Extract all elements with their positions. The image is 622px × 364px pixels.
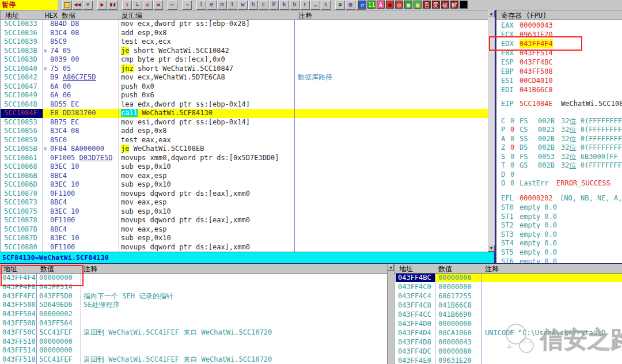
register-line[interactable]: C0ES002B32位 0(FFFFFFFF — [496, 116, 622, 126]
disasm-row[interactable]: 5CC1083683C4 08add esp,0x8 — [1, 29, 488, 38]
stack-row[interactable]: 043FF4CC041B6690 — [395, 310, 622, 319]
disasm-row[interactable]: 5CC1086B8BC4mov eax,esp — [1, 172, 488, 181]
register-line[interactable]: EBP043FF508 — [496, 67, 622, 76]
plugin-record-button[interactable]: ● — [386, 1, 394, 9]
disasm-row[interactable]: 5CC108738BC4mov eax,esp — [1, 198, 488, 207]
register-line[interactable]: O0LastErrERROR_SUCCESS — [496, 179, 622, 188]
stack-row[interactable]: 043FF4F400000000 — [0, 273, 387, 282]
stack-row[interactable]: 043FF5005D649ED6SE处理程序 — [0, 300, 387, 309]
plugin-jie-button[interactable]: 解 — [450, 1, 458, 9]
disasm-row[interactable]: 5CC1087D83EC 10sub esp,0x10 — [1, 234, 488, 243]
disasm-row[interactable]: 5CC1084EE8 DD383700call WeChatWi.5CF8413… — [1, 109, 488, 118]
view-references-button[interactable]: r — [300, 1, 310, 10]
disasm-row[interactable]: 5CC108800F1100movups dqword ptr ds:[eax]… — [1, 243, 488, 252]
disasm-row[interactable]: 5CC1083D8039 00cmp byte ptr ds:[ecx],0x0 — [1, 55, 488, 65]
stack-row[interactable]: 043FF508043FF564 — [0, 318, 387, 328]
register-line[interactable]: EDX043FF4F4 — [496, 39, 622, 48]
register-line[interactable]: EAX00000043 — [496, 21, 622, 30]
register-line[interactable]: T0GS002B32位 0(FFFFFFFF — [496, 161, 622, 170]
stack-scrollbar[interactable]: ▲ — [387, 264, 395, 364]
disasm-row[interactable]: 5CC108780F1100movups dqword ptr ds:[eax]… — [1, 216, 488, 225]
register-line[interactable]: S0FS005332位 6B3000(FF — [496, 152, 622, 161]
stack-row[interactable]: 043FF50C5CC41FEF返回到 WeChatWi.5CC41FEF 来自… — [0, 328, 387, 337]
disasm-row[interactable]: 5CC108700F1100movups dqword ptr ds:[eax]… — [1, 189, 488, 199]
register-line[interactable]: EIP5CC1084EWeChatWi.5CC1084E — [496, 99, 622, 108]
disasm-scrollbar[interactable]: ▲ ▼ — [488, 10, 495, 252]
stack-row[interactable]: 043FF4D400CA1060UNICODE "C:\Users\cherry… — [395, 328, 622, 338]
stack-row[interactable]: 043FF4DC00000080 — [395, 347, 622, 356]
column-divider[interactable] — [481, 264, 481, 364]
disasm-row[interactable]: 5CC1083B∨74 05je short WeChatWi.5CC10842 — [1, 47, 488, 56]
column-divider[interactable] — [81, 264, 81, 364]
plugin-a-button[interactable]: A — [377, 1, 385, 9]
view-breakpoints-button[interactable]: b — [290, 1, 299, 10]
disasm-row[interactable]: 5CC108496A 06push 0x6 — [1, 91, 488, 100]
view-log-button[interactable]: l — [196, 1, 206, 10]
disasm-row[interactable]: 5CC10842B9 A86C7E5Dmov ecx,WeChatWi.5D7E… — [1, 73, 488, 82]
column-divider[interactable] — [36, 264, 37, 364]
stack-row[interactable]: 043FF4C8041B66C8 — [395, 301, 622, 310]
register-line[interactable]: ST3empty 0.0 — [496, 230, 622, 239]
stack-row[interactable]: 043FF4BC00000006 — [395, 273, 622, 282]
disasm-row[interactable]: 5CC1086883EC 10sub esp,0x10 — [1, 162, 488, 172]
run-button[interactable]: ▶ — [97, 1, 107, 10]
register-line[interactable]: EFL00000202(NO, NB, NE, A, NS, — [496, 194, 622, 203]
windows-list-button[interactable]: ▦ — [346, 1, 355, 10]
register-line[interactable]: EBX043FF514 — [496, 48, 622, 58]
step-over-button[interactable]: ↳ — [132, 1, 142, 10]
step-back-button[interactable]: ◀◀ — [73, 1, 82, 10]
view-run-trace-button[interactable]: … — [310, 1, 320, 10]
animate-over-button[interactable]: ⇉ — [153, 1, 163, 10]
view-executables-button[interactable]: e — [207, 1, 217, 10]
register-line[interactable]: ECX09631E20 — [496, 30, 622, 39]
scroll-up-icon[interactable]: ▲ — [488, 10, 495, 17]
disasm-row[interactable]: 5CC1084B8D55 EClea edx,dword ptr ss:[ebp… — [1, 100, 488, 109]
register-line[interactable]: EDI041B66C8 — [496, 85, 622, 94]
plugin-pause-button[interactable]: 11 — [367, 1, 376, 9]
disasm-row[interactable]: 5CC1085B∨0F84 8A000000je WeChatWi.5CC108… — [1, 145, 488, 154]
disasm-row[interactable]: 5CC108338B4D D8mov ecx,dword ptr ss:[ebp… — [1, 20, 488, 29]
disasm-row[interactable]: 5CC10840∨75 05jnz short WeChatWi.5CC1084… — [1, 65, 488, 74]
disasm-row[interactable]: 5CC1083985C9test ecx,ecx — [1, 37, 488, 47]
register-line[interactable]: ESP043FF4BC — [496, 58, 622, 67]
disasm-row[interactable]: 5CC1087583EC 10sub esp,0x10 — [1, 207, 488, 217]
plugin-save-button[interactable]: ▦ — [404, 1, 412, 9]
view-source-button[interactable]: s — [321, 1, 331, 10]
view-windows-button[interactable]: w — [238, 1, 248, 10]
plugin-po-button[interactable]: 破 — [441, 1, 449, 9]
disasm-row[interactable]: 5CC1086D83EC 10sub esp,0x10 — [1, 180, 488, 189]
log-list-button[interactable]: ≡ — [335, 1, 345, 10]
stack-row[interactable]: 043FF50400000002 — [0, 309, 387, 318]
plugin-black-button[interactable] — [460, 1, 468, 9]
view-cpu-button[interactable]: c — [259, 1, 268, 10]
register-line[interactable]: D0 — [496, 170, 622, 179]
register-line[interactable]: ESI00CD4010 — [496, 76, 622, 85]
close-button[interactable]: × — [83, 1, 93, 10]
stack-row[interactable]: 043FF51000000000 — [0, 337, 387, 346]
column-divider[interactable] — [43, 10, 43, 252]
stack-row[interactable]: 043FF4D800000043 — [395, 338, 622, 347]
plugin-ai-button[interactable]: 爱 — [432, 1, 440, 9]
register-line[interactable]: Z0DS002B32位 0(FFFFFFFF — [496, 143, 622, 152]
plugin-wu-button[interactable]: 吾 — [423, 1, 431, 9]
disasm-row[interactable]: 5CC1087B8BC4mov eax,esp — [1, 225, 488, 234]
stack-row[interactable]: 043FF4FC043FF5D0指向下一个 SEH 记录的指针 — [0, 291, 387, 301]
disasm-row[interactable]: 5CC1085683C4 08add esp,0x8 — [1, 127, 488, 136]
stack-row[interactable]: 043FF4E009631E20 — [395, 356, 622, 364]
step-into-button[interactable]: ↴ — [122, 1, 132, 10]
open-file-button[interactable] — [62, 1, 72, 10]
stack-row[interactable]: 043FF4C468617255 — [395, 291, 622, 301]
stack-row[interactable]: 043FF4C000000000 — [395, 282, 622, 291]
column-divider[interactable] — [294, 10, 295, 252]
register-line[interactable]: P0CS002332位 0(FFFFFFFF — [496, 125, 622, 134]
stack-row[interactable]: 043FF4D000000000 — [395, 319, 622, 328]
plugin-target-button[interactable]: ◎ — [395, 1, 403, 9]
register-line[interactable]: ST4empty 0.0 — [496, 238, 622, 248]
stack-row[interactable]: 043FF5185CC41FEF返回到 WeChatWi.5CC41FEF 来自… — [0, 355, 387, 364]
pause-button[interactable]: ▮▮ — [108, 1, 117, 10]
disasm-row[interactable]: 5CC108538B75 ECmov esi,dword ptr ss:[ebp… — [1, 118, 488, 127]
view-call-stack-button[interactable]: k — [279, 1, 289, 10]
column-divider[interactable] — [119, 10, 119, 252]
go-to-button[interactable]: → — [182, 1, 192, 10]
scroll-up-icon[interactable]: ▲ — [388, 264, 394, 271]
